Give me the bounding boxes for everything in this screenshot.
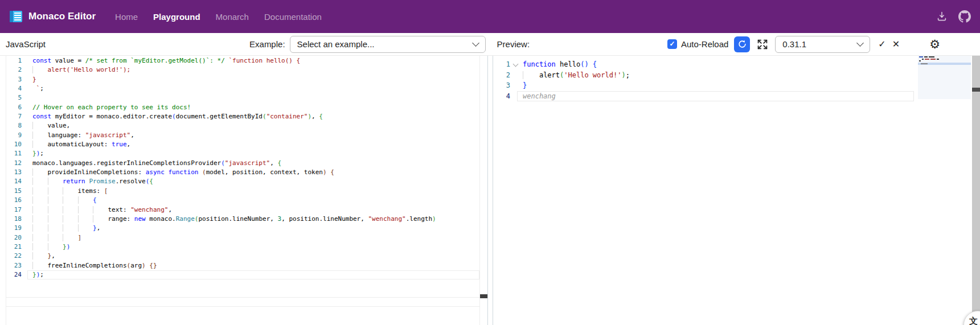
code-line[interactable]: 2 alert('Hello world!'); — [6, 65, 479, 75]
app-title: Monaco Editor — [28, 11, 96, 22]
nav-item-home[interactable]: Home — [115, 12, 138, 22]
reload-icon — [737, 39, 747, 49]
code-line[interactable]: 11}); — [6, 149, 479, 158]
code-line[interactable]: 21 }) — [6, 242, 479, 252]
code-line[interactable]: 6// Hover on each property to see its do… — [6, 103, 479, 112]
reload-button[interactable] — [734, 36, 750, 52]
minimap-mark — [929, 56, 934, 57]
line-number: 1 — [6, 56, 32, 65]
line-content: `; — [32, 84, 44, 93]
code-line[interactable]: 3} — [493, 80, 918, 91]
code-line[interactable]: 22 }, — [6, 252, 479, 261]
minimap[interactable] — [918, 56, 971, 101]
apply-check-icon[interactable]: ✓ — [878, 40, 885, 49]
code-line[interactable]: 5 — [6, 93, 479, 102]
code-line[interactable]: 18 range: new monaco.Range(position.line… — [6, 215, 479, 224]
chevron-down-icon — [472, 39, 479, 47]
nav-item-playground[interactable]: Playground — [153, 12, 200, 22]
code-line[interactable]: 19 }, — [6, 224, 479, 233]
code-line[interactable]: 3} — [6, 75, 479, 84]
line-content: wenchang — [523, 91, 556, 102]
line-number: 12 — [6, 159, 32, 168]
line-content: } — [32, 75, 36, 84]
page-scrollbar[interactable] — [972, 56, 980, 325]
code-line[interactable]: 23 freeInlineCompletions(arg) {} — [6, 261, 479, 270]
minimap-mark — [924, 56, 928, 57]
minimap-mark — [930, 59, 936, 60]
playground-toolbar: JavaScript Example: Select an example...… — [0, 33, 980, 56]
nav-item-documentation[interactable]: Documentation — [264, 12, 322, 22]
line-number: 2 — [6, 65, 32, 75]
minimap-mark — [919, 60, 921, 61]
code-line[interactable]: 16 { — [6, 196, 479, 205]
preview-editor[interactable]: 1function hello() {2 alert('Hello world!… — [493, 56, 918, 325]
line-content: range: new monaco.Range(position.lineNum… — [32, 215, 436, 224]
line-number: 21 — [6, 242, 32, 252]
line-content: return Promise.resolve({ — [32, 177, 153, 186]
code-editor[interactable]: 1const value = /* set from `myEditor.get… — [6, 56, 479, 308]
code-line[interactable]: 7const myEditor = monaco.editor.create(d… — [6, 112, 479, 121]
code-line[interactable]: 2 alert('Hello world!'); — [493, 70, 918, 81]
left-pane-bottom-rule — [6, 297, 479, 298]
line-content: }, — [32, 252, 55, 261]
line-number: 4 — [493, 91, 523, 102]
left-editor-scroll-track-border — [479, 56, 480, 325]
code-line[interactable]: 20 ] — [6, 233, 479, 242]
line-number: 5 — [6, 93, 32, 102]
line-content: value, — [32, 121, 70, 130]
page-scrollbar-thumb[interactable] — [972, 88, 980, 92]
line-content: }, — [32, 224, 100, 233]
line-number: 4 — [6, 84, 32, 93]
line-content: ] — [32, 233, 81, 242]
preview-label: Preview: — [497, 39, 530, 49]
github-icon[interactable] — [958, 10, 971, 23]
code-line[interactable]: 14 return Promise.resolve({ — [6, 177, 479, 186]
line-content: alert('Hello world!'); — [32, 65, 130, 75]
code-line[interactable]: 9 language: "javascript", — [6, 131, 479, 140]
auto-reload-checkbox[interactable]: ✓ — [667, 39, 677, 49]
minimap-mark — [919, 56, 923, 57]
settings-gear-icon[interactable]: ⚙ — [929, 38, 940, 50]
code-line[interactable]: 8 value, — [6, 121, 479, 130]
code-line[interactable]: 15 items: [ — [6, 187, 479, 196]
translate-fab-button[interactable]: 文 A — [963, 311, 980, 325]
line-content: const myEditor = monaco.editor.create(do… — [32, 112, 323, 121]
code-line[interactable]: 4 `; — [6, 84, 479, 93]
code-line[interactable]: 1function hello() { — [493, 59, 918, 70]
nav-item-monarch[interactable]: Monarch — [216, 12, 249, 22]
line-content: alert('Hello world!'); — [523, 70, 630, 81]
close-icon[interactable]: ✕ — [892, 40, 900, 49]
line-content: provideInlineCompletions: async function… — [32, 168, 334, 177]
line-number: 3 — [493, 80, 523, 91]
line-content: items: [ — [32, 187, 108, 196]
code-line[interactable]: 4wenchang — [493, 91, 918, 102]
minimap-mark — [922, 59, 924, 60]
code-line[interactable]: 17 text: "wenchang", — [6, 205, 479, 215]
example-select[interactable]: Select an example... — [290, 36, 486, 53]
code-line[interactable]: 12monaco.languages.registerInlineComplet… — [6, 159, 479, 168]
code-line[interactable]: 10 automaticLayout: true, — [6, 140, 479, 149]
line-number: 15 — [6, 187, 32, 196]
fullscreen-icon[interactable] — [756, 38, 769, 51]
header-nav: HomePlaygroundMonarchDocumentation — [115, 12, 322, 22]
chevron-down-icon — [856, 39, 864, 47]
current-line-highlight — [517, 91, 914, 102]
line-number: 19 — [6, 224, 32, 233]
code-line[interactable]: 24}); — [6, 270, 479, 279]
line-content: function hello() { — [523, 59, 597, 70]
left-pane-bottom-rule — [6, 306, 479, 307]
left-pane-border — [6, 56, 6, 325]
line-number: 8 — [6, 121, 32, 130]
minimap-mark — [937, 59, 939, 60]
line-content: const value = /* set from `myEditor.getM… — [32, 56, 300, 65]
code-line[interactable]: 1const value = /* set from `myEditor.get… — [6, 56, 479, 65]
left-editor-scrollbar-thumb[interactable] — [480, 294, 487, 298]
download-icon[interactable] — [936, 10, 948, 23]
version-select-value: 0.31.1 — [782, 39, 806, 49]
line-number: 7 — [6, 112, 32, 121]
version-select[interactable]: 0.31.1 — [775, 36, 870, 53]
line-number: 9 — [6, 131, 32, 140]
line-number: 13 — [6, 168, 32, 177]
code-line[interactable]: 13 provideInlineCompletions: async funct… — [6, 168, 479, 177]
line-number: 18 — [6, 215, 32, 224]
